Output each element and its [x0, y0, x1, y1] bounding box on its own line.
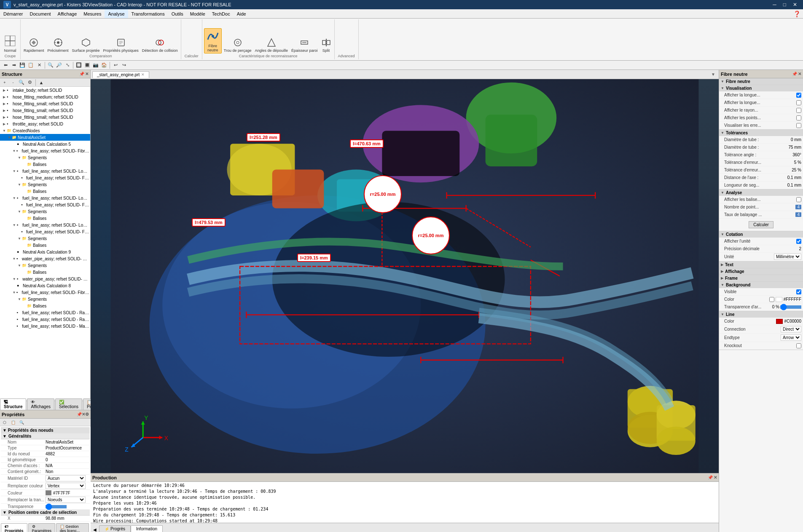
panel-close-icon[interactable]: ✕ [85, 72, 89, 76]
tb2-btn-fit[interactable]: ⤡ [64, 61, 71, 69]
fn-visu-header[interactable]: ▼ Visualisation [719, 85, 803, 91]
tree-item-35[interactable]: ▪ fuel_line_assy; refset SOLID - Marqu..… [0, 323, 90, 329]
maximize-button[interactable]: □ [781, 2, 789, 8]
menu-modele[interactable]: Modèle [187, 9, 209, 18]
tool-split[interactable]: Split [320, 37, 333, 53]
tree-item-7[interactable]: ▼ 📁 NeutralAxisSet [0, 134, 90, 141]
tree-item-8[interactable]: ● Neutral Axis Calculation 5 [0, 141, 90, 147]
prop-trans-select[interactable]: Noeuds [46, 497, 86, 503]
viewport-tab[interactable]: _start_assy_engine.prt ✕ [92, 71, 149, 78]
fn-analyse-header[interactable]: ▼ Analyse [719, 190, 803, 196]
help-icon[interactable]: ❓ [791, 11, 803, 17]
tb2-btn-copy[interactable]: 📋 [27, 61, 35, 69]
prop-panel-icons[interactable]: 📌✕⚙ [77, 412, 89, 417]
prod-tab-progres[interactable]: ⚡Progrès [99, 525, 131, 532]
tool-angles-depouille[interactable]: Angles de dépouille [253, 37, 289, 53]
tb2-btn-snapshot[interactable]: 📷 [92, 61, 99, 69]
fn-affichage-header[interactable]: ▶ Affichage [719, 268, 803, 275]
tb2-btn-zoom-out[interactable]: 🔎 [55, 61, 63, 69]
production-pin-icon[interactable]: 📌 [708, 475, 713, 480]
tree-collapse-all[interactable]: - [9, 79, 17, 86]
tree-filter[interactable]: ⚙ [26, 79, 34, 86]
fn-bg-color-swatch[interactable] [776, 297, 782, 302]
fn-pin-icon[interactable]: 📌 [792, 72, 797, 76]
tree-item-0[interactable]: ▶ ▪ intake_body; refset SOLID [0, 87, 90, 94]
tool-proprietes-phys[interactable]: Propriétés physiques [102, 37, 140, 53]
couleur-swatch[interactable] [46, 490, 51, 495]
tool-fibre-neutre[interactable]: Fibreneutre [204, 28, 222, 53]
tree-item-17[interactable]: ▪ fuel_line_assy; refset SOLID- Fibre ne… [0, 201, 90, 208]
tool-normal[interactable]: Normal [2, 33, 19, 53]
viewport-tab-close[interactable]: ✕ [141, 72, 145, 77]
production-close-icon[interactable]: ✕ [714, 475, 717, 480]
tool-precisement[interactable]: Précisément [46, 37, 70, 53]
prod-scroll-left[interactable]: ◀ [91, 527, 99, 532]
tab-affichages[interactable]: 👁 Affichages [27, 398, 54, 410]
tb2-btn-view[interactable]: 🔳 [83, 61, 91, 69]
tb2-btn-undo[interactable]: ↩ [112, 61, 119, 69]
fn-bg-trans-slider[interactable] [780, 305, 801, 309]
tab-proprietes[interactable]: 🏷 Propriétés [1, 523, 27, 532]
tree-item-34[interactable]: ▪ fuel_line_assy; refset SOLID - Rayo... [0, 316, 90, 323]
viewport-dropdown[interactable]: ▼ [709, 72, 717, 77]
tree-item-21[interactable]: ▪ fuel_line_assy; refset SOLID- Fibre ne… [0, 228, 90, 235]
menu-mesures[interactable]: Mesures [80, 9, 105, 18]
tb2-btn-save[interactable]: 💾 [19, 61, 26, 69]
prop-remplacer-select[interactable]: Vertex [46, 483, 86, 489]
tree-item-33[interactable]: ▪ fuel_line_assy; refset SOLID - Rayo... [0, 309, 90, 316]
tb2-btn-home[interactable]: 🏠 [100, 61, 108, 69]
structure-tree[interactable]: ▶ ▪ intake_body; refset SOLID ▶ ▪ hose_f… [0, 87, 90, 401]
fn-line-color-swatch[interactable] [776, 319, 783, 324]
prop-generalites-header[interactable]: ▼ Généralités [1, 433, 90, 439]
tree-item-10[interactable]: ▼ 📁 Segments [0, 154, 90, 161]
tb2-btn-zoom-in[interactable]: 🔍 [47, 61, 54, 69]
tree-item-13[interactable]: ▪ fuel_line_assy; refset SOLID- Fibre ne… [0, 174, 90, 181]
tool-detection-coll[interactable]: Détection de collision [141, 37, 179, 53]
tb2-btn-redo[interactable]: ↪ [120, 61, 128, 69]
fn-visu-cb2[interactable] [796, 100, 801, 105]
tree-item-31[interactable]: ▼ 📁 Segments [0, 296, 90, 302]
tree-item-32[interactable]: 📁 Balises [0, 302, 90, 309]
fn-bg-visible-cb[interactable] [796, 289, 801, 294]
menu-demarrer[interactable]: Démarrer [0, 9, 26, 18]
tree-item-20[interactable]: ▼ ▪ fuel_line_assy; refset SOLID- Long..… [0, 222, 90, 228]
tree-item-12[interactable]: ▼ ▪ fuel_line_assy; refset SOLID- Long..… [0, 168, 90, 174]
tool-epaisseur-paroi[interactable]: Épaisseur paroi [290, 37, 319, 53]
fn-knockout-cb[interactable] [796, 343, 801, 348]
tb2-btn-select[interactable]: 🔲 [75, 61, 83, 69]
menu-affichage[interactable]: Affichage [54, 9, 81, 18]
tree-item-28[interactable]: ▼ ▪ water_pipe_assy; refset SOLID- Lo... [0, 275, 90, 282]
fn-calculer-button[interactable]: Calculer [749, 221, 773, 228]
tree-item-4[interactable]: ▶ ▪ hose_fitting_small; refset SOLID [0, 114, 90, 120]
tree-item-18[interactable]: ▼ 📁 Segments [0, 208, 90, 215]
tree-item-15[interactable]: 📁 Balises [0, 188, 90, 195]
fn-tolerances-header[interactable]: ▼ Tolérances [719, 130, 803, 136]
prod-tab-information[interactable]: Information [131, 525, 163, 532]
fn-text-header[interactable]: ▶ Text [719, 262, 803, 268]
tree-item-27[interactable]: 📁 Balises [0, 269, 90, 275]
tool-surface-proj[interactable]: Surface projetée [71, 37, 101, 53]
menu-analyse[interactable]: Analyse [105, 9, 128, 18]
minimize-button[interactable]: ─ [770, 2, 779, 8]
prop-materiel-select[interactable]: Aucun [46, 475, 86, 481]
prop-btn3[interactable]: 🔍 [18, 419, 25, 426]
tab-parametres[interactable]: ⚙ Paramètres [28, 523, 56, 532]
tb2-btn-1[interactable]: ⬅ [2, 61, 9, 69]
tree-item-2[interactable]: ▶ ▪ hose_fitting_small; refset SOLID [0, 100, 90, 107]
tool-trou-percage[interactable]: Trou de perçage [223, 37, 253, 53]
fn-main-header[interactable]: ▼ Fibre neutre [719, 78, 803, 85]
fn-endtype-select[interactable]: Arrow [781, 334, 801, 341]
tree-item-30[interactable]: ▼ ▪ fuel_line_assy; refset SOLID- Fibre … [0, 289, 90, 296]
fn-bg-header[interactable]: ▼ Background [719, 282, 803, 288]
tree-item-23[interactable]: 📁 Balises [0, 242, 90, 249]
fn-visu-cb5[interactable] [796, 123, 801, 128]
fn-cotation-header[interactable]: ▼ Cotation [719, 231, 803, 238]
tree-up[interactable]: ▲ [38, 79, 45, 86]
tree-item-16[interactable]: ▼ ▪ fuel_line_assy; refset SOLID- Long..… [0, 195, 90, 201]
tab-structure[interactable]: 🏗 Structure [0, 398, 26, 410]
prop-position-header[interactable]: ▼ Position centre cadre de sélection [1, 510, 90, 516]
fn-visu-cb3[interactable] [796, 108, 801, 113]
fn-connection-select[interactable]: Direct [781, 326, 801, 332]
tree-search[interactable]: 🔍 [18, 79, 25, 86]
tree-item-3[interactable]: ▶ ▪ hose_fitting_small; refset SOLID [0, 107, 90, 114]
